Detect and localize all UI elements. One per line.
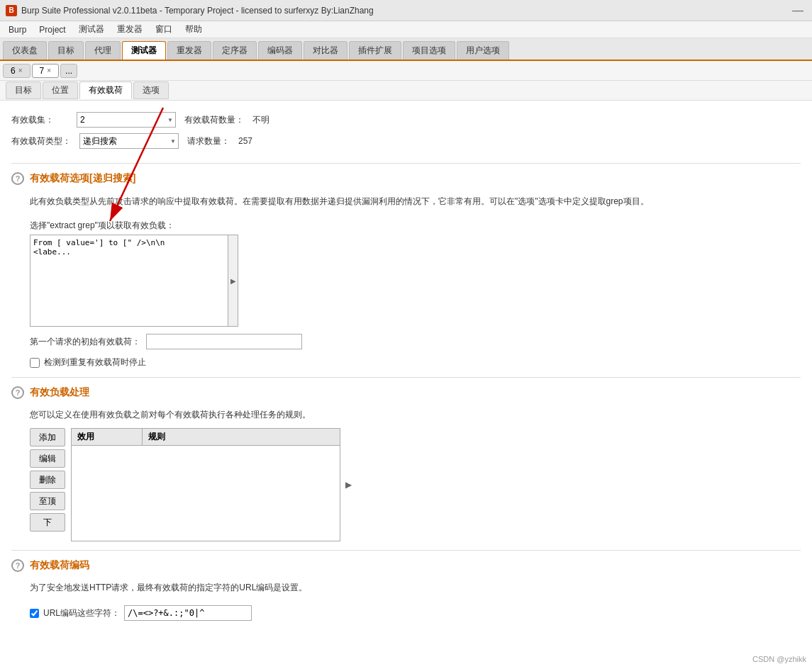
tab-repeater[interactable]: 重发器 bbox=[167, 41, 211, 60]
rules-table-header: 效用 规则 bbox=[72, 429, 340, 446]
menu-help[interactable]: 帮助 bbox=[179, 22, 208, 37]
menu-intruder[interactable]: 测试器 bbox=[73, 22, 110, 37]
sub-tab-7-close[interactable]: × bbox=[47, 67, 51, 74]
recursive-help-icon[interactable]: ? bbox=[11, 172, 24, 185]
initial-payload-row: 第一个请求的初始有效载荷： bbox=[30, 334, 801, 349]
recursive-section-title: 有效载荷选项[递归搜索] bbox=[30, 172, 135, 185]
section-encoding-header: ? 有效载荷编码 bbox=[11, 559, 801, 572]
edit-button[interactable]: 编辑 bbox=[30, 449, 65, 468]
sep-1 bbox=[11, 163, 801, 164]
sub-tab-6-label: 6 bbox=[11, 66, 16, 76]
menu-repeater[interactable]: 重发器 bbox=[111, 22, 148, 37]
url-encode-label: URL编码这些字符： bbox=[43, 607, 120, 619]
recursive-section-desc: 此有效负载类型从先前攻击请求的响应中提取有效载荷。在需要提取有用数据并递归提供漏… bbox=[30, 195, 801, 208]
processing-help-icon[interactable]: ? bbox=[11, 386, 24, 399]
table-right-arrow: ▶ bbox=[345, 480, 352, 490]
menu-burp[interactable]: Burp bbox=[3, 23, 32, 36]
add-button[interactable]: 添加 bbox=[30, 428, 65, 446]
tab-project-options[interactable]: 项目选项 bbox=[403, 41, 455, 60]
payload-set-select[interactable]: 2 bbox=[77, 112, 176, 128]
inner-tab-target[interactable]: 目标 bbox=[6, 81, 41, 99]
minimize-button[interactable]: — bbox=[789, 4, 806, 17]
menu-window[interactable]: 窗口 bbox=[150, 22, 178, 37]
sub-tab-bar: 6 × 7 × ... bbox=[0, 61, 812, 81]
window-title: Burp Suite Professional v2.0.11beta - Te… bbox=[21, 6, 374, 16]
grep-scrollbar: ▶ bbox=[228, 235, 238, 327]
grep-container: From [ value='] to [" />\n\n <labe... ▶ bbox=[30, 235, 801, 327]
watermark: CSDN @yzhikk bbox=[752, 655, 806, 663]
title-bar: B Burp Suite Professional v2.0.11beta - … bbox=[0, 0, 812, 21]
title-bar-left: B Burp Suite Professional v2.0.11beta - … bbox=[6, 5, 374, 16]
encoding-help-icon[interactable]: ? bbox=[11, 559, 24, 572]
sub-tab-7-label: 7 bbox=[40, 66, 45, 76]
encoding-desc: 为了安全地发送HTTP请求，最终有效载荷的指定字符的URL编码是设置。 bbox=[30, 582, 801, 594]
app-icon: B bbox=[6, 5, 17, 16]
sub-tab-7[interactable]: 7 × bbox=[32, 64, 60, 78]
delete-button[interactable]: 删除 bbox=[30, 471, 65, 489]
tab-sequencer[interactable]: 定序器 bbox=[213, 41, 257, 60]
tab-target[interactable]: 目标 bbox=[48, 41, 84, 60]
tab-extender[interactable]: 插件扩展 bbox=[349, 41, 401, 60]
stop-on-repeat-label: 检测到重复有效载荷时停止 bbox=[44, 356, 146, 369]
tab-intruder[interactable]: 测试器 bbox=[122, 41, 166, 60]
processing-desc: 您可以定义在使用有效负载之前对每个有效载荷执行各种处理任务的规则。 bbox=[30, 409, 801, 421]
sub-tab-6[interactable]: 6 × bbox=[3, 64, 30, 78]
tab-dashboard[interactable]: 仪表盘 bbox=[3, 41, 47, 60]
grep-scroll-arrow: ▶ bbox=[230, 277, 236, 285]
inner-tab-options[interactable]: 选项 bbox=[133, 81, 169, 99]
payload-type-label: 有效载荷类型： bbox=[11, 135, 71, 147]
payload-type-select-wrapper: 递归搜索 bbox=[79, 133, 179, 149]
processing-table-wrapper: 效用 规则 ▶ bbox=[71, 428, 340, 541]
payload-count-value: 不明 bbox=[252, 114, 269, 126]
processing-rules-table: 效用 规则 bbox=[71, 428, 340, 541]
tab-proxy[interactable]: 代理 bbox=[85, 41, 121, 60]
col-header-rule: 规则 bbox=[143, 429, 340, 445]
down-button[interactable]: 下 bbox=[30, 513, 65, 532]
sub-tab-more[interactable]: ... bbox=[60, 64, 77, 78]
stop-on-repeat-checkbox[interactable] bbox=[30, 358, 40, 368]
payload-type-row: 有效载荷类型： 递归搜索 请求数量： 257 bbox=[11, 133, 801, 149]
extract-label: 选择"extract grep"项以获取有效负载： bbox=[30, 220, 801, 232]
inner-tab-payloads[interactable]: 有效载荷 bbox=[79, 81, 132, 99]
sep-2 bbox=[11, 377, 801, 378]
payload-set-label: 有效载集： bbox=[11, 114, 68, 126]
top-button[interactable]: 至顶 bbox=[30, 492, 65, 510]
sep-3 bbox=[11, 550, 801, 551]
tab-user-options[interactable]: 用户选项 bbox=[457, 41, 509, 60]
section-processing-header: ? 有效负载处理 bbox=[11, 386, 801, 399]
payload-set-select-wrapper: 2 bbox=[77, 112, 176, 128]
initial-payload-input[interactable] bbox=[146, 334, 302, 349]
url-encode-input[interactable] bbox=[124, 605, 252, 621]
payload-count-label: 有效载荷数量： bbox=[184, 114, 244, 126]
tab-decoder[interactable]: 编码器 bbox=[258, 41, 302, 60]
tab-comparer[interactable]: 对比器 bbox=[304, 41, 347, 60]
url-encode-checkbox[interactable] bbox=[30, 609, 39, 618]
menu-project[interactable]: Project bbox=[33, 23, 71, 36]
inner-tab-positions[interactable]: 位置 bbox=[43, 81, 78, 99]
initial-payload-label: 第一个请求的初始有效载荷： bbox=[30, 336, 140, 348]
processing-table-area: 添加 编辑 删除 至顶 下 效用 规则 ▶ bbox=[30, 428, 801, 541]
grep-textarea[interactable]: From [ value='] to [" />\n\n <labe... bbox=[30, 235, 228, 327]
request-count-value: 257 bbox=[238, 136, 252, 146]
encoding-section-title: 有效载荷编码 bbox=[30, 559, 89, 572]
main-tab-bar: 仪表盘 目标 代理 测试器 重发器 定序器 编码器 对比器 插件扩展 项目选项 … bbox=[0, 38, 812, 61]
inner-tab-bar: 目标 位置 有效载荷 选项 bbox=[0, 81, 812, 101]
menu-bar: Burp Project 测试器 重发器 窗口 帮助 bbox=[0, 21, 812, 38]
col-header-effect: 效用 bbox=[72, 429, 143, 445]
payload-set-row: 有效载集： 2 有效载荷数量： 不明 bbox=[11, 112, 801, 128]
processing-section-title: 有效负载处理 bbox=[30, 386, 89, 399]
processing-buttons: 添加 编辑 删除 至顶 下 bbox=[30, 428, 65, 541]
sub-tab-6-close[interactable]: × bbox=[18, 67, 23, 74]
url-encode-row: URL编码这些字符： bbox=[30, 605, 801, 621]
section-recursive-header: ? 有效载荷选项[递归搜索] bbox=[11, 172, 801, 185]
request-count-label: 请求数量： bbox=[187, 135, 230, 147]
main-content: 有效载集： 2 有效载荷数量： 不明 有效载荷类型： 递归搜索 请求数量： 25… bbox=[0, 101, 812, 669]
stop-on-repeat-row: 检测到重复有效载荷时停止 bbox=[30, 356, 801, 369]
payload-type-select[interactable]: 递归搜索 bbox=[79, 133, 179, 149]
